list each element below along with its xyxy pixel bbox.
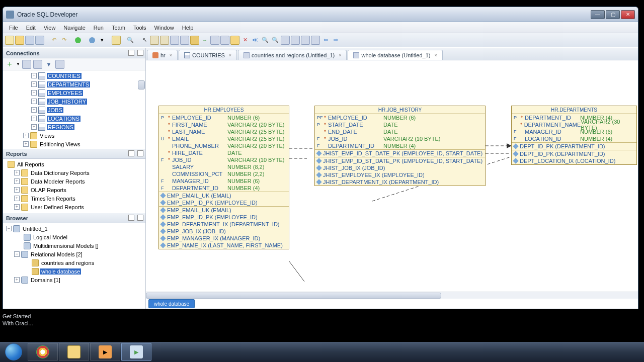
folder-icon[interactable] — [230, 36, 239, 45]
tbl3-icon[interactable] — [220, 36, 229, 45]
taskbar-chrome[interactable] — [28, 343, 58, 361]
view-icon[interactable] — [160, 36, 169, 45]
maximize-button[interactable]: ▢ — [606, 10, 620, 19]
minimize-button[interactable]: — — [591, 10, 605, 19]
menu-view[interactable]: View — [40, 24, 60, 32]
close-tab-icon[interactable]: × — [229, 53, 231, 58]
entity-job-history[interactable]: HR.JOB_HISTORY PF*EMPLOYEE_IDNUMBER (6)P… — [314, 106, 486, 186]
conn-tb-icon2[interactable] — [22, 60, 31, 69]
taskbar-sqldeveloper[interactable]: ▶ — [121, 343, 151, 361]
tree-item-data-dictionary[interactable]: +Data Dictionary Reports — [4, 168, 144, 177]
connections-panel-header[interactable]: Connections — [3, 48, 145, 58]
gear-icon[interactable] — [190, 36, 199, 45]
tree-item-timesten[interactable]: +TimesTen Reports — [4, 194, 144, 203]
close-tab-icon[interactable]: × — [170, 53, 172, 58]
tree-item-views[interactable]: +Views — [4, 131, 144, 140]
entity-employees[interactable]: HR.EMPLOYEES P*EMPLOYEE_IDNUMBER (6)*FIR… — [158, 106, 289, 249]
maximize-panel-icon[interactable] — [137, 215, 143, 221]
open-icon[interactable] — [15, 36, 24, 45]
refresh-icon[interactable] — [55, 60, 64, 69]
tree-item-countries[interactable]: +COUNTRIES — [4, 71, 144, 80]
menu-window[interactable]: Window — [150, 24, 178, 32]
taskbar-explorer[interactable] — [59, 343, 89, 361]
tree-item-job-history[interactable]: +JOB_HISTORY — [4, 97, 144, 106]
save-all-icon[interactable] — [35, 36, 44, 45]
zoom-out-icon[interactable]: 🔍 — [261, 36, 270, 45]
tree-item-departments[interactable]: +DEPARTMENTS — [4, 80, 144, 88]
tree-item-user-defined[interactable]: +User Defined Reports — [4, 203, 144, 211]
tab-countries[interactable]: COUNTRIES× — [179, 50, 237, 60]
layout3-icon[interactable] — [311, 36, 320, 45]
start-button[interactable] — [0, 342, 27, 362]
close-tab-icon[interactable]: × — [339, 53, 341, 58]
tree-item-domains[interactable]: +Domains [1] — [4, 276, 144, 284]
delete-icon[interactable]: ✕ — [240, 36, 250, 45]
horizontal-scrollbar[interactable] — [146, 292, 638, 299]
tree-item-olap[interactable]: +OLAP Reports — [4, 186, 144, 194]
forward-icon[interactable]: ⇨ — [331, 36, 340, 45]
tree-item-all-reports[interactable]: All Reports — [4, 160, 144, 168]
redo-icon[interactable]: ↷ — [59, 36, 68, 45]
tbl2-icon[interactable] — [210, 36, 219, 45]
menu-team[interactable]: Team — [108, 24, 129, 32]
connections-tree[interactable]: +COUNTRIES +DEPARTMENTS +EMPLOYEES +JOB_… — [3, 70, 145, 149]
scrollbar-thumb[interactable] — [146, 293, 441, 299]
reports-panel-header[interactable]: Reports — [3, 149, 145, 159]
minimize-panel-icon[interactable] — [128, 215, 134, 221]
taskbar-media[interactable]: ▶ — [90, 343, 120, 361]
layout2-icon[interactable] — [301, 36, 310, 45]
add-connection-icon[interactable]: + — [5, 60, 14, 69]
fit-icon[interactable] — [281, 36, 290, 45]
minimize-panel-icon[interactable] — [128, 150, 134, 156]
menu-edit[interactable]: Edit — [22, 24, 40, 32]
menu-navigate[interactable]: Navigate — [59, 24, 89, 32]
maximize-panel-icon[interactable] — [137, 150, 143, 156]
tab-whole-database[interactable]: whole database (Untitled_1)× — [348, 50, 442, 60]
reports-tree[interactable]: All Reports +Data Dictionary Reports +Da… — [3, 159, 145, 213]
scrollbar-thumb[interactable] — [138, 80, 145, 89]
tree-item-data-modeler[interactable]: +Data Modeler Reports — [4, 177, 144, 186]
conn-tb-icon3[interactable] — [33, 60, 42, 69]
browser-panel-header[interactable]: Browser — [3, 213, 145, 223]
tab-countries-regions[interactable]: countries and regions (Untitled_1)× — [238, 50, 347, 60]
tree-item-editioning-views[interactable]: +Editioning Views — [4, 140, 144, 148]
menu-tools[interactable]: Tools — [129, 24, 150, 32]
menu-help[interactable]: Help — [178, 24, 198, 32]
tab-hr[interactable]: hr× — [147, 50, 178, 60]
run-icon[interactable] — [73, 36, 83, 45]
menu-file[interactable]: File — [5, 24, 22, 32]
menu-run[interactable]: Run — [90, 24, 108, 32]
undo-icon[interactable]: ↶ — [49, 36, 58, 45]
browser-tree[interactable]: −Untitled_1 Logical Model Multidimension… — [3, 223, 145, 309]
rewind-icon[interactable]: ≪ — [251, 36, 260, 45]
tree-item-multidim[interactable]: Multidimensional Models [] — [4, 241, 144, 250]
maximize-panel-icon[interactable] — [137, 50, 143, 56]
filter-icon[interactable]: ▼ — [44, 60, 53, 69]
titlebar[interactable]: Oracle SQL Developer — ▢ ✕ — [3, 7, 638, 22]
tree-item-employees[interactable]: +EMPLOYEES — [4, 88, 144, 97]
tree-item-whole-database[interactable]: whole database — [4, 267, 144, 276]
minimize-panel-icon[interactable] — [128, 50, 134, 56]
tree-item-locations[interactable]: +LOCATIONS — [4, 114, 144, 123]
tree-item-regions[interactable]: +REGIONS — [4, 123, 144, 131]
diagram-canvas[interactable]: HR.EMPLOYEES P*EMPLOYEE_IDNUMBER (6)*FIR… — [146, 60, 638, 309]
zoom-in-icon[interactable]: 🔍 — [271, 36, 280, 45]
tree-item-relational[interactable]: −Relational Models [2] — [4, 250, 144, 258]
arrow-icon[interactable]: → — [200, 36, 209, 45]
back-icon[interactable]: ⇦ — [321, 36, 330, 45]
entity-departments[interactable]: HR.DEPARTMENTS P*DEPARTMENT_IDNUMBER (4)… — [511, 106, 637, 165]
table-icon[interactable] — [150, 36, 159, 45]
tree-item-countries-regions[interactable]: countries and regions — [4, 258, 144, 267]
binoculars-icon[interactable]: 🔍 — [126, 36, 135, 45]
tree-item-logical[interactable]: Logical Model — [4, 233, 144, 241]
sql-icon[interactable] — [112, 36, 121, 45]
dropdown-icon[interactable]: ▾ — [98, 36, 107, 45]
fk-icon[interactable] — [180, 36, 189, 45]
bottom-tab-whole-database[interactable]: whole database — [148, 299, 195, 308]
globe-icon[interactable] — [88, 36, 97, 45]
cursor-icon[interactable]: ↖ — [140, 36, 149, 45]
close-tab-icon[interactable]: × — [434, 53, 437, 58]
tree-item-untitled[interactable]: −Untitled_1 — [4, 224, 144, 233]
save-icon[interactable] — [25, 36, 34, 45]
taskbar[interactable]: ▶ ▶ — [0, 342, 644, 362]
